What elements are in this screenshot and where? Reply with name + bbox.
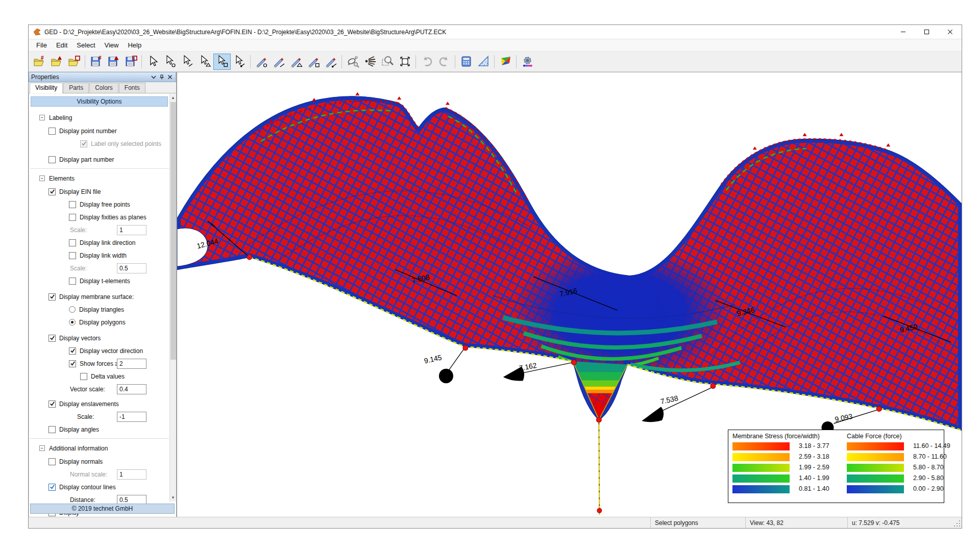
draw-polygon-button[interactable] xyxy=(305,54,322,70)
option-display-polygons: Display polygons xyxy=(29,316,176,329)
main-toolbar: # # xyxy=(29,52,962,72)
checkbox[interactable] xyxy=(69,360,76,367)
scroll-down-icon[interactable]: ▼ xyxy=(170,494,176,502)
menu-select[interactable]: Select xyxy=(72,40,100,51)
scroll-up-icon[interactable]: ▲ xyxy=(170,94,176,102)
checkbox[interactable] xyxy=(69,252,76,259)
option-display-membrane-surface: Display membrane surface: xyxy=(29,290,176,303)
save-file-points-button[interactable] xyxy=(105,54,122,70)
option-display-link-width: Display link width xyxy=(29,249,176,262)
ray-view-button[interactable] xyxy=(361,54,379,70)
menu-edit[interactable]: Edit xyxy=(52,40,72,51)
force-label: 9.145 xyxy=(423,353,443,365)
zoom-window-button[interactable] xyxy=(379,54,396,70)
menu-help[interactable]: Help xyxy=(123,40,146,51)
menu-view[interactable]: View xyxy=(100,40,124,51)
app-logo-icon xyxy=(33,28,41,36)
measure-button[interactable] xyxy=(475,54,492,70)
checkbox[interactable] xyxy=(48,335,56,342)
link-width-scale-input[interactable] xyxy=(117,263,146,273)
panel-scrollbar[interactable]: ▲ ▼ xyxy=(169,94,176,502)
checkbox[interactable] xyxy=(80,373,87,380)
option-display-part-number: Display part number xyxy=(29,153,176,166)
open-file-polygons-button[interactable] xyxy=(65,54,83,70)
option-display-enslavements: Display enslavements xyxy=(29,397,176,410)
checkbox[interactable] xyxy=(80,140,87,147)
checkbox[interactable] xyxy=(48,293,56,300)
fixities-scale-input[interactable] xyxy=(117,225,146,235)
status-uv: u: 7.529 v: -0.475 xyxy=(847,517,953,528)
legend-swatch xyxy=(732,474,790,483)
radio-button[interactable] xyxy=(69,306,76,313)
checkbox[interactable] xyxy=(48,188,56,195)
select-links-button[interactable] xyxy=(231,54,248,70)
panel-pin-icon[interactable] xyxy=(158,73,165,81)
checkbox[interactable] xyxy=(48,426,56,433)
collapse-icon[interactable] xyxy=(39,115,45,120)
checkbox[interactable] xyxy=(69,201,76,208)
force-label: 9.093 xyxy=(834,412,853,423)
orbit-view-button[interactable] xyxy=(344,54,361,70)
tab-fonts[interactable]: Fonts xyxy=(119,83,145,93)
draw-triangle-button[interactable] xyxy=(287,54,305,70)
checkbox[interactable] xyxy=(69,214,76,221)
select-polygons-button[interactable] xyxy=(213,54,231,70)
tab-parts[interactable]: Parts xyxy=(63,83,89,93)
field-fixities-scale: Scale: xyxy=(29,223,176,236)
maximize-button[interactable] xyxy=(915,25,938,39)
option-display-triangles: Display triangles xyxy=(29,303,176,316)
panel-menu-chevron-icon[interactable] xyxy=(150,73,157,81)
group-elements: Elements xyxy=(29,171,176,185)
legend-title-membrane: Membrane Stress (force/width) xyxy=(732,433,843,440)
close-button[interactable] xyxy=(938,25,962,39)
calculator-button[interactable] xyxy=(457,54,475,70)
svg-text:#: # xyxy=(99,55,102,61)
draw-line-button[interactable] xyxy=(270,54,287,70)
checkbox[interactable] xyxy=(69,347,76,355)
option-delta-values: Delta values xyxy=(29,370,176,383)
open-file-points-button[interactable] xyxy=(48,54,65,70)
panel-close-icon[interactable] xyxy=(166,73,174,81)
draw-point-button[interactable] xyxy=(253,54,270,70)
option-label-only-selected: Label only selected points xyxy=(29,137,176,150)
checkbox[interactable] xyxy=(48,400,56,408)
show-forces-input[interactable] xyxy=(117,359,146,369)
normal-scale-input[interactable] xyxy=(117,469,146,480)
option-show-forces: Show forces ≥ xyxy=(29,357,176,370)
zoom-extents-button[interactable] xyxy=(396,54,413,70)
minimize-button[interactable] xyxy=(891,25,915,39)
enslavements-scale-input[interactable] xyxy=(117,412,146,422)
select-cursor-button[interactable] xyxy=(144,54,161,70)
radio-button[interactable] xyxy=(69,319,76,325)
group-labeling: Labeling xyxy=(29,111,176,124)
select-lines-button[interactable] xyxy=(179,54,196,70)
tab-colors[interactable]: Colors xyxy=(89,83,118,93)
checkbox[interactable] xyxy=(48,458,56,465)
mesh-result-view-button[interactable] xyxy=(497,54,514,70)
tab-visibility[interactable]: Visibility xyxy=(30,83,63,93)
select-points-button[interactable] xyxy=(161,54,179,70)
menu-bar: File Edit Select View Help xyxy=(29,39,962,52)
save-file-hash-button[interactable]: # xyxy=(87,54,105,70)
resize-grip[interactable] xyxy=(953,517,962,528)
menu-file[interactable]: File xyxy=(32,40,52,51)
draw-link-button[interactable] xyxy=(322,54,339,70)
checkbox[interactable] xyxy=(69,278,76,285)
scrollbar-thumb[interactable] xyxy=(170,102,176,360)
legend-range: 0.81 - 1.40 xyxy=(794,485,843,493)
save-file-polygons-button[interactable] xyxy=(122,54,139,70)
drawing-canvas[interactable]: 12.044 7.608 7.916 9.346 9.459 9.145 7.1… xyxy=(177,72,962,517)
vector-scale-input[interactable] xyxy=(117,384,146,394)
title-bar: GED - D:\2_Projekte\Easy\2020\03_26_Webs… xyxy=(29,25,962,39)
settings-gear-button[interactable] xyxy=(519,54,536,70)
checkbox[interactable] xyxy=(48,128,56,135)
checkbox[interactable] xyxy=(48,156,56,163)
checkbox[interactable] xyxy=(69,239,76,246)
open-file-hash-button[interactable]: # xyxy=(31,54,48,70)
checkbox[interactable] xyxy=(48,484,56,491)
redo-button[interactable] xyxy=(435,54,453,70)
undo-button[interactable] xyxy=(418,54,435,70)
collapse-icon[interactable] xyxy=(39,176,45,181)
select-triangles-button[interactable] xyxy=(196,54,213,70)
collapse-icon[interactable] xyxy=(39,445,45,451)
